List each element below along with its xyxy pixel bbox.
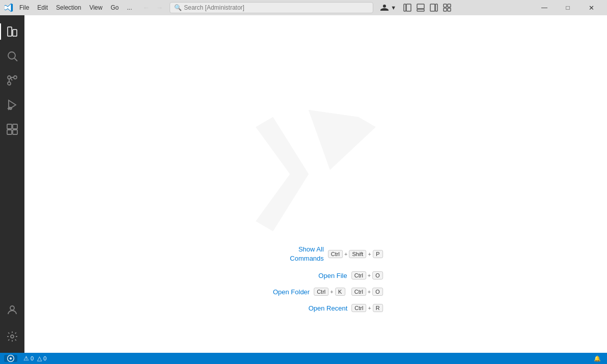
kbd-r: R <box>373 304 383 312</box>
toggle-primary-sidebar[interactable] <box>401 2 413 14</box>
svg-rect-21 <box>7 130 12 134</box>
shortcuts-panel: Show AllCommands Ctrl + Shift + P Open F… <box>249 245 383 312</box>
svg-rect-6 <box>444 4 447 7</box>
forward-button[interactable]: → <box>153 2 165 14</box>
back-button[interactable]: ← <box>140 2 152 14</box>
search-bar[interactable]: 🔍 <box>170 2 373 13</box>
menu-file[interactable]: File <box>15 3 33 12</box>
shortcut-open-folder: Open Folder Ctrl + K Ctrl + O <box>249 288 383 296</box>
menu-selection[interactable]: Selection <box>52 3 85 12</box>
svg-rect-4 <box>430 4 435 11</box>
error-count: 0 <box>31 355 34 361</box>
svg-rect-0 <box>404 4 406 11</box>
titlebar: File Edit Selection View Go ... ← → 🔍 ▼ <box>0 0 607 15</box>
content-area: Show AllCommands Ctrl + Shift + P Open F… <box>24 15 607 353</box>
svg-point-12 <box>8 52 15 59</box>
menu-view[interactable]: View <box>85 3 106 12</box>
shortcut-open-recent: Open Recent Ctrl + R <box>249 304 383 312</box>
main-layout: Show AllCommands Ctrl + Shift + P Open F… <box>0 15 607 353</box>
toggle-panel[interactable] <box>415 2 427 14</box>
svg-point-23 <box>10 306 14 310</box>
errors-button[interactable]: ⚠ 0 △ 0 <box>21 355 48 362</box>
open-folder-keys: Ctrl + K Ctrl + O <box>314 288 383 296</box>
open-file-label[interactable]: Open File <box>286 272 347 279</box>
search-icon: 🔍 <box>174 4 182 11</box>
sidebar-item-run[interactable] <box>0 93 24 117</box>
nav-buttons: ← → <box>140 2 165 14</box>
open-recent-keys: Ctrl + R <box>351 304 383 312</box>
menu-more[interactable]: ... <box>123 3 136 12</box>
remote-icon <box>7 355 14 362</box>
svg-rect-3 <box>417 9 424 11</box>
show-all-commands-keys: Ctrl + Shift + P <box>328 250 383 258</box>
svg-rect-1 <box>406 4 411 11</box>
svg-rect-20 <box>13 124 17 129</box>
kbd-ctrl: Ctrl <box>314 288 328 296</box>
remote-button[interactable] <box>4 355 17 362</box>
error-icon: ⚠ <box>23 355 29 362</box>
svg-rect-22 <box>13 130 17 134</box>
kbd-k: K <box>335 288 345 296</box>
account-button[interactable]: ▼ <box>377 3 399 13</box>
menu-edit[interactable]: Edit <box>33 3 52 12</box>
warning-count: 0 <box>43 355 46 361</box>
account-label: ▼ <box>391 5 396 11</box>
sidebar-item-source-control[interactable] <box>0 68 24 93</box>
kbd-ctrl: Ctrl <box>351 304 366 312</box>
maximize-button[interactable]: □ <box>556 0 580 15</box>
kbd-o: O <box>372 271 383 279</box>
open-file-keys: Ctrl + O <box>351 271 383 279</box>
status-bar-left: ⚠ 0 △ 0 <box>4 355 48 362</box>
kbd-ctrl: Ctrl <box>351 271 366 279</box>
shortcut-open-file: Open File Ctrl + O <box>249 271 383 279</box>
svg-point-15 <box>14 76 17 79</box>
sidebar-item-settings[interactable] <box>0 324 24 349</box>
shortcut-show-all-commands: Show AllCommands Ctrl + Shift + P <box>249 245 383 263</box>
svg-rect-11 <box>13 30 17 36</box>
svg-point-24 <box>11 335 14 338</box>
layout-controls <box>401 2 453 14</box>
warning-icon: △ <box>37 355 42 362</box>
toggle-secondary-sidebar[interactable] <box>428 2 440 14</box>
svg-point-16 <box>8 82 11 85</box>
svg-rect-19 <box>7 124 12 129</box>
svg-line-13 <box>15 59 18 62</box>
kbd-ctrl2: Ctrl <box>351 288 366 296</box>
kbd-shift: Shift <box>349 250 366 258</box>
window-controls: — □ ✕ <box>533 0 603 15</box>
show-all-commands-label[interactable]: Show AllCommands <box>263 245 324 263</box>
vscode-watermark <box>244 103 387 245</box>
open-recent-label[interactable]: Open Recent <box>286 304 347 312</box>
sidebar-item-extensions[interactable] <box>0 117 24 142</box>
sidebar-item-search[interactable] <box>0 44 24 68</box>
search-input[interactable] <box>184 4 369 11</box>
status-bar: ⚠ 0 △ 0 🔔 <box>0 353 607 364</box>
sidebar-item-explorer[interactable] <box>0 19 24 44</box>
bell-icon: 🔔 <box>594 355 601 362</box>
svg-rect-5 <box>435 4 437 11</box>
menu-go[interactable]: Go <box>106 3 123 12</box>
minimize-button[interactable]: — <box>533 0 556 15</box>
svg-rect-10 <box>8 27 12 36</box>
menu-bar: File Edit Selection View Go ... <box>15 3 136 12</box>
svg-rect-2 <box>417 4 424 9</box>
kbd-ctrl: Ctrl <box>328 250 343 258</box>
sidebar-item-accounts[interactable] <box>0 298 24 322</box>
status-bar-right: 🔔 <box>592 355 603 362</box>
kbd-o2: O <box>372 288 383 296</box>
vscode-icon <box>4 3 13 12</box>
svg-rect-7 <box>448 4 451 7</box>
activity-bar <box>0 15 24 353</box>
kbd-p: P <box>373 250 383 258</box>
svg-rect-8 <box>444 8 447 11</box>
close-button[interactable]: ✕ <box>580 0 603 15</box>
activity-bar-bottom <box>0 298 24 349</box>
customize-layout[interactable] <box>441 2 453 14</box>
open-folder-label[interactable]: Open Folder <box>249 288 310 296</box>
account-icon <box>380 4 389 12</box>
svg-rect-9 <box>448 8 451 11</box>
notifications-button[interactable]: 🔔 <box>592 355 603 362</box>
